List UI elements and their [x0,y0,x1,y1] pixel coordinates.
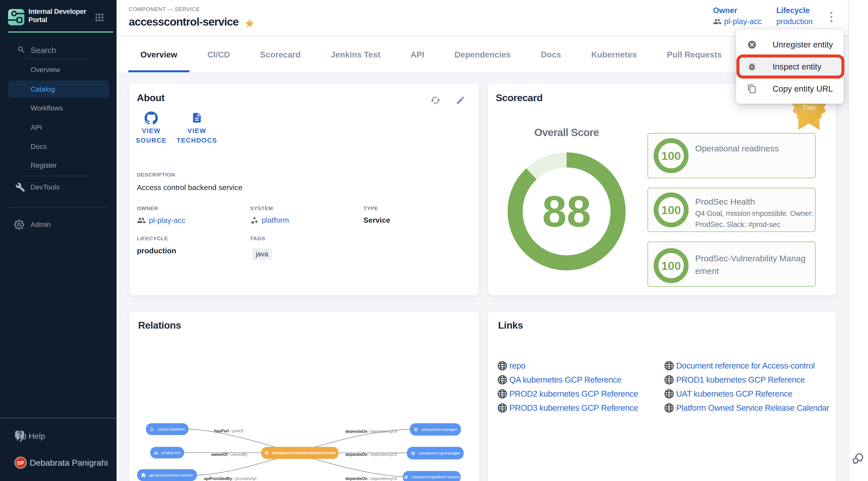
svg-text:100: 100 [661,203,681,217]
svg-text:Tier: Tier [802,103,816,111]
svg-text:100: 100 [661,149,681,162]
svg-text:100: 100 [661,259,681,272]
svg-text:88: 88 [542,187,591,236]
